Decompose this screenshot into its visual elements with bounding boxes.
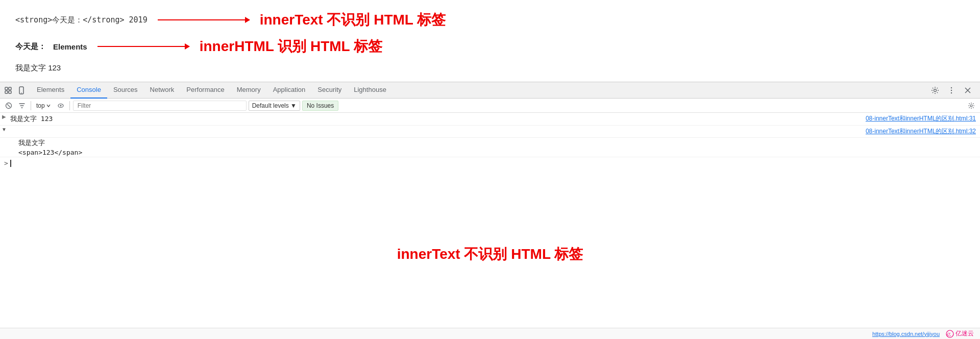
console-expanded-content: 我是文字 <span>123</span> (0, 138, 980, 157)
devtools-tabs-bar: Elements Console Sources Network Perform… (0, 82, 980, 99)
tab-performance[interactable]: Performance (180, 82, 230, 99)
devtools-panel: Elements Console Sources Network Perform… (0, 82, 980, 339)
tab-elements[interactable]: Elements (31, 82, 70, 99)
page-content: <strong>今天是：</strong> 2019 innerText 不识别… (0, 0, 980, 82)
plain-line-3: 我是文字 123 (15, 63, 965, 73)
bold-line-2: 今天是： Elements innerHTML 识别 HTML 标签 (15, 37, 965, 56)
bottom-bar: https://blog.csdn.net/yijiyou 亿 亿迷云 (0, 328, 980, 339)
close-devtools-icon[interactable] (962, 84, 974, 96)
eye-icon[interactable] (55, 100, 66, 111)
annotation-1: innerText 不识别 HTML 标签 (260, 10, 446, 30)
console-message-2 (8, 127, 857, 128)
console-message-1: 我是文字 123 (8, 114, 857, 124)
svg-point-9 (951, 92, 952, 93)
settings-gear-icon[interactable] (929, 84, 941, 96)
svg-point-5 (21, 92, 22, 93)
svg-rect-3 (9, 91, 11, 93)
svg-rect-1 (9, 87, 11, 90)
console-input-row[interactable]: > (0, 157, 980, 169)
console-output: ▶ 我是文字 123 08-innerText和innerHTML的区别.htm… (0, 113, 980, 339)
svg-line-13 (7, 104, 10, 107)
tab-console[interactable]: Console (70, 82, 107, 99)
expand-icon-2[interactable]: ▼ (0, 127, 8, 132)
svg-point-8 (951, 89, 952, 90)
tab-application[interactable]: Application (267, 82, 312, 99)
devtools-right-icons (929, 84, 978, 96)
page-wrapper: <strong>今天是：</strong> 2019 innerText 不识别… (0, 0, 980, 339)
clear-console-btn[interactable] (3, 100, 14, 111)
svg-rect-0 (5, 87, 8, 90)
console-row-1: ▶ 我是文字 123 08-innerText和innerHTML的区别.htm… (0, 113, 980, 126)
svg-rect-2 (5, 91, 8, 93)
console-source-2[interactable]: 08-innerText和innerHTML的区别.html:32 (857, 127, 980, 136)
tab-sources[interactable]: Sources (107, 82, 144, 99)
code-line-1: <strong>今天是：</strong> 2019 innerText 不识别… (15, 10, 965, 30)
svg-text:亿: 亿 (946, 332, 951, 337)
annotation-2: innerHTML 识别 HTML 标签 (200, 37, 382, 56)
mobile-icon[interactable] (15, 84, 28, 96)
bottom-url[interactable]: https://blog.csdn.net/yijiyou (872, 331, 940, 337)
svg-point-16 (970, 105, 972, 107)
default-levels-btn[interactable]: Default levels ▼ (249, 101, 300, 111)
tab-memory[interactable]: Memory (231, 82, 267, 99)
tab-security[interactable]: Security (311, 82, 348, 99)
no-issues-btn[interactable]: No Issues (302, 101, 338, 111)
expanded-line-1: 我是文字 (18, 138, 980, 148)
svg-point-7 (951, 87, 952, 88)
toolbar-divider-1 (31, 101, 31, 110)
top-label: top (36, 102, 45, 109)
top-selector[interactable]: top (34, 101, 53, 110)
code-text-1: <strong>今天是：</strong> 2019 (15, 15, 148, 25)
svg-point-6 (934, 89, 937, 91)
plain-text-content: 我是文字 123 (15, 63, 61, 72)
svg-point-15 (60, 105, 61, 106)
inspect-icon[interactable] (2, 84, 14, 96)
yiyun-logo: 亿 亿迷云 (946, 329, 974, 338)
console-toolbar: top Default levels ▼ No Issues (0, 99, 980, 113)
console-row-2: ▼ 08-innerText和innerHTML的区别.html:32 (0, 126, 980, 138)
filter-input[interactable] (73, 101, 247, 111)
tab-network[interactable]: Network (144, 82, 181, 99)
devtools-icon-group (2, 84, 28, 96)
console-cursor (10, 160, 11, 167)
watermark-label: innerText 不识别 HTML 标签 (397, 245, 583, 264)
tab-lighthouse[interactable]: Lighthouse (348, 82, 393, 99)
arrow-2 (97, 46, 189, 47)
year-text: Elements (53, 42, 87, 51)
bold-today-text: 今天是： (15, 42, 46, 52)
more-options-icon[interactable] (945, 84, 958, 96)
console-source-1[interactable]: 08-innerText和innerHTML的区别.html:31 (857, 114, 980, 124)
expand-icon-1[interactable]: ▶ (0, 114, 8, 119)
console-settings-icon[interactable] (966, 100, 977, 111)
console-row-2-wrapper: ▼ 08-innerText和innerHTML的区别.html:32 我是文字… (0, 126, 980, 157)
filter-toggle-btn[interactable] (16, 100, 28, 111)
console-prompt: > (4, 159, 8, 167)
expanded-line-2: <span>123</span> (18, 148, 980, 157)
default-levels-label: Default levels ▼ (252, 102, 297, 109)
toolbar-divider-2 (69, 101, 70, 110)
watermark-area: innerText 不识别 HTML 标签 (0, 169, 980, 339)
arrow-1 (158, 19, 250, 20)
no-issues-label: No Issues (307, 102, 334, 109)
